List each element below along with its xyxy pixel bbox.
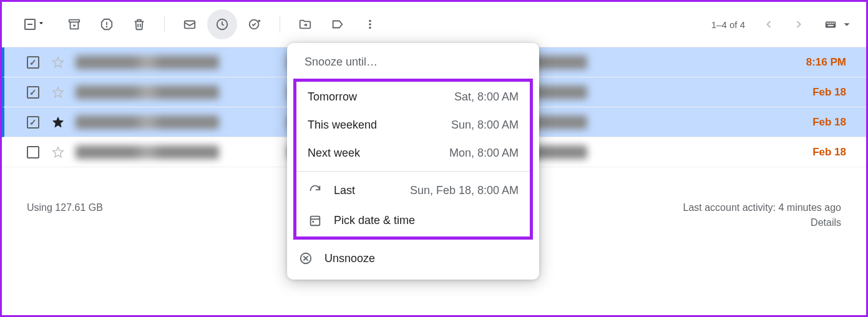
snooze-option-label: This weekend — [308, 119, 451, 132]
snooze-option-tomorrow[interactable]: Tomorrow Sat, 8:00 AM — [296, 83, 530, 111]
highlight-annotation: Tomorrow Sat, 8:00 AM This weekend Sun, … — [293, 79, 533, 240]
snooze-option-value: Sat, 8:00 AM — [454, 90, 519, 104]
snooze-option-value: Sun, 8:00 AM — [451, 119, 519, 132]
star-icon[interactable] — [51, 55, 66, 70]
calendar-icon — [308, 213, 323, 228]
row-date: Feb 18 — [812, 116, 846, 129]
snooze-option-unsnooze[interactable]: Unsnooze — [287, 243, 539, 273]
snooze-option-value: Sun, Feb 18, 8:00 AM — [410, 184, 519, 197]
row-checkbox[interactable] — [27, 146, 39, 158]
snooze-divider — [296, 171, 530, 172]
refresh-icon — [308, 183, 323, 198]
star-icon[interactable] — [51, 85, 66, 100]
svg-rect-18 — [311, 217, 320, 226]
archive-button[interactable] — [59, 9, 89, 39]
svg-rect-0 — [69, 20, 80, 22]
select-checkbox-icon — [24, 19, 36, 30]
sender-blurred — [76, 115, 219, 129]
svg-point-10 — [369, 27, 371, 29]
svg-rect-13 — [828, 22, 829, 24]
toolbar-divider — [164, 16, 165, 32]
snooze-option-label: Next week — [308, 147, 449, 160]
toolbar-divider — [280, 16, 280, 32]
snooze-option-pick[interactable]: Pick date & time — [296, 205, 530, 235]
snooze-popup: Snooze until… Tomorrow Sat, 8:00 AM This… — [287, 43, 539, 280]
move-to-button[interactable] — [290, 9, 320, 39]
snooze-option-last[interactable]: Last Sun, Feb 18, 8:00 AM — [296, 175, 530, 205]
pagination-text[interactable]: 1–4 of 4 — [711, 19, 745, 30]
snooze-option-label: Pick date & time — [334, 214, 519, 227]
caret-down-icon — [37, 19, 46, 30]
labels-button[interactable] — [323, 9, 353, 39]
mark-unread-button[interactable] — [175, 9, 205, 39]
snooze-option-weekend[interactable]: This weekend Sun, 8:00 AM — [296, 111, 530, 139]
svg-rect-14 — [830, 22, 831, 24]
toolbar: 1–4 of 4 — [2, 2, 866, 47]
row-checkbox[interactable] — [27, 86, 39, 99]
snooze-option-label: Last — [334, 184, 410, 197]
input-tools-button[interactable] — [824, 17, 854, 31]
snooze-option-label: Unsnooze — [324, 252, 528, 265]
row-date: Feb 18 — [812, 86, 846, 99]
row-date: 8:16 PM — [806, 56, 846, 69]
details-link[interactable]: Details — [683, 217, 841, 228]
svg-point-9 — [369, 23, 371, 26]
row-checkbox[interactable] — [27, 56, 39, 69]
snooze-option-nextweek[interactable]: Next week Mon, 8:00 AM — [296, 139, 530, 167]
svg-rect-11 — [826, 21, 836, 27]
snooze-title: Snooze until… — [287, 43, 539, 79]
sender-blurred — [76, 145, 219, 159]
sender-blurred — [76, 56, 219, 69]
svg-rect-15 — [832, 22, 833, 24]
add-to-tasks-button[interactable] — [240, 9, 270, 39]
row-date: Feb 18 — [812, 146, 846, 158]
activity-text: Last account activity: 4 minutes ago — [683, 202, 841, 213]
svg-rect-20 — [312, 221, 314, 223]
snooze-option-label: Tomorrow — [308, 90, 454, 104]
svg-rect-12 — [827, 22, 828, 24]
sender-blurred — [76, 85, 219, 99]
snooze-button[interactable] — [207, 9, 237, 39]
svg-rect-3 — [185, 21, 195, 29]
svg-point-8 — [369, 20, 371, 22]
delete-button[interactable] — [124, 9, 154, 39]
more-button[interactable] — [355, 9, 385, 39]
svg-point-2 — [107, 26, 107, 27]
svg-rect-17 — [827, 25, 833, 26]
svg-rect-16 — [834, 22, 835, 24]
star-icon[interactable] — [51, 145, 66, 160]
star-icon[interactable] — [51, 115, 66, 130]
report-spam-button[interactable] — [92, 9, 122, 39]
snooze-option-value: Mon, 8:00 AM — [449, 147, 519, 160]
prev-page-button[interactable] — [755, 11, 783, 38]
select-dropdown[interactable] — [24, 19, 46, 30]
next-page-button[interactable] — [785, 11, 812, 38]
cancel-circle-icon — [298, 251, 313, 266]
row-checkbox[interactable] — [27, 116, 39, 129]
